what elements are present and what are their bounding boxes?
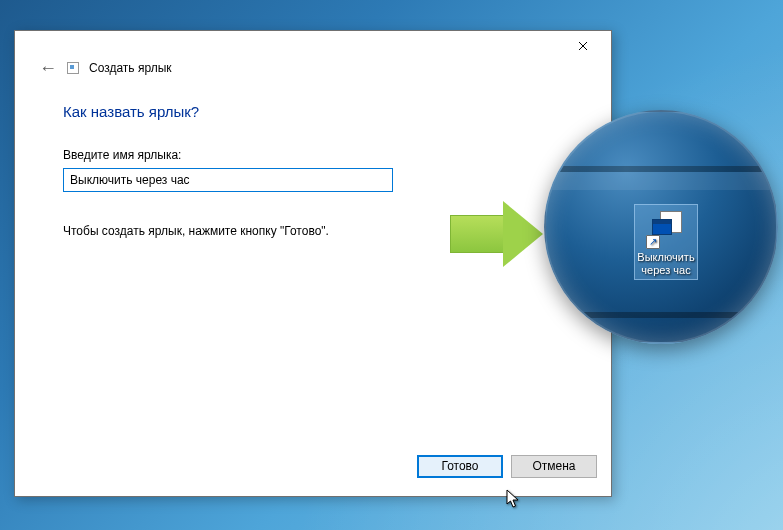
- back-arrow-icon[interactable]: ←: [39, 59, 57, 77]
- icon-label-line1: Выключить: [637, 251, 695, 264]
- desktop-magnifier: ↗ Выключить через час: [544, 110, 778, 344]
- shortcut-file-icon: ↗: [646, 209, 686, 249]
- icon-label-line2: через час: [637, 264, 695, 277]
- titlebar: [15, 31, 611, 61]
- wizard-name: Создать ярлык: [89, 61, 172, 75]
- dialog-heading: Как назвать ярлык?: [63, 103, 571, 120]
- create-shortcut-dialog: ← Создать ярлык Как назвать ярлык? Введи…: [14, 30, 612, 497]
- finish-button[interactable]: Готово: [417, 455, 503, 478]
- button-row: Готово Отмена: [15, 448, 611, 496]
- dialog-content: Как назвать ярлык? Введите имя ярлыка: Ч…: [15, 77, 611, 448]
- input-label: Введите имя ярлыка:: [63, 148, 571, 162]
- desktop-shortcut-icon[interactable]: ↗ Выключить через час: [634, 204, 698, 280]
- cancel-button[interactable]: Отмена: [511, 455, 597, 478]
- shortcut-mini-icon: [67, 62, 79, 74]
- shortcut-name-input[interactable]: [63, 168, 393, 192]
- hint-text: Чтобы создать ярлык, нажмите кнопку "Гот…: [63, 224, 571, 238]
- close-button[interactable]: [561, 35, 605, 57]
- wizard-header: ← Создать ярлык: [15, 59, 611, 77]
